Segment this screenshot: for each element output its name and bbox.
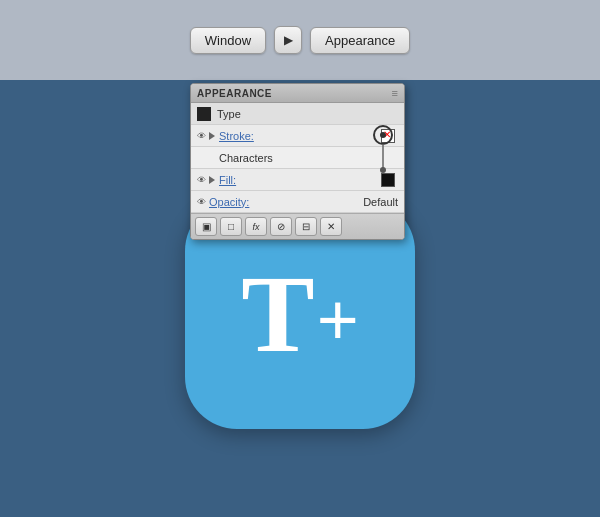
type-swatch [197,107,211,121]
new-layer-button[interactable]: ▣ [195,217,217,236]
expand-icon [209,132,215,140]
stroke-link[interactable]: Stroke: [219,130,254,142]
fill-label[interactable]: Fill: [219,174,381,186]
appearance-panel: APPEARANCE ≡ Type 👁 Stroke: [190,83,405,240]
app-icon-content: T + [241,259,358,369]
arrow-button[interactable]: ▶ [274,26,302,54]
fill-eye-icon: 👁 [197,175,206,185]
effects-button[interactable]: fx [245,217,267,236]
appearance-button[interactable]: Appearance [310,27,410,54]
delete-layer-button[interactable]: ⊟ [295,217,317,236]
window-button[interactable]: Window [190,27,266,54]
duplicate-button[interactable]: □ [220,217,242,236]
opacity-value: Default [363,196,398,208]
close-panel-button[interactable]: ✕ [320,217,342,236]
stroke-indicator-svg [368,120,398,175]
icon-plus: + [317,283,359,355]
icon-letter-t: T [241,259,314,369]
eye-icon: 👁 [197,131,206,141]
fill-expand-icon [209,176,215,184]
panel-titlebar[interactable]: APPEARANCE ≡ [191,84,404,103]
panel-toolbar: ▣ □ fx ⊘ ⊟ ✕ [191,213,404,239]
type-label: Type [217,108,398,120]
top-bar: Window ▶ Appearance [0,0,600,80]
stroke-row[interactable]: 👁 Stroke: [191,125,404,147]
opacity-row[interactable]: 👁 Opacity: Default [191,191,404,213]
opacity-eye-icon: 👁 [197,197,206,207]
opacity-link[interactable]: Opacity: [209,196,249,208]
svg-point-1 [380,132,386,138]
panel-grip: ≡ [392,87,398,99]
stroke-label[interactable]: Stroke: [219,130,381,142]
opacity-label[interactable]: Opacity: [209,196,359,208]
clear-button[interactable]: ⊘ [270,217,292,236]
panel-title: APPEARANCE [197,88,272,99]
fill-link[interactable]: Fill: [219,174,236,186]
svg-point-3 [380,167,386,173]
panel-body: Type 👁 Stroke: Characters 👁 [191,103,404,213]
